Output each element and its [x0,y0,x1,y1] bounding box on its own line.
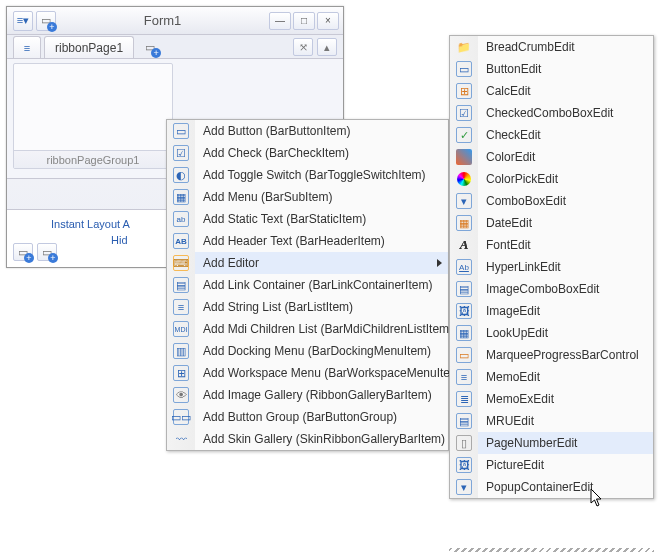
menu-item-add-string-list[interactable]: ≡ Add String List (BarListItem) [167,296,448,318]
editor-breadcrumb[interactable]: 📁 BreadCrumbEdit [450,36,653,58]
header-text-icon: AB [173,233,189,249]
footer-add-button-2[interactable]: ▭+ [37,243,57,261]
menu-item-add-link-container[interactable]: ▤ Add Link Container (BarLinkContainerIt… [167,274,448,296]
menu-item-add-static-text[interactable]: ab Add Static Text (BarStaticItem) [167,208,448,230]
submenu-arrow-icon [437,259,442,267]
mru-icon: ▤ [456,413,472,429]
button-edit-icon: ▭ [456,61,472,77]
footer-add-button[interactable]: ▭+ [13,243,33,261]
progress-icon: ▭ [456,347,472,363]
image-combo-icon: ▤ [456,281,472,297]
list-icon: ≡▾ [15,13,31,29]
hide-link[interactable]: Hid [111,234,128,246]
editor-font[interactable]: A FontEdit [450,234,653,256]
menu-item-add-workspace-menu[interactable]: ⊞ Add Workspace Menu (BarWorkspaceMenuIt… [167,362,448,384]
instant-layout-link[interactable]: Instant Layout A [51,218,130,230]
editor-mru[interactable]: ▤ MRUEdit [450,410,653,432]
add-icon: ▭+ [39,244,55,260]
editor-color[interactable]: ColorEdit [450,146,653,168]
eye-icon: 👁 [173,387,189,403]
menu-item-add-header-text[interactable]: AB Add Header Text (BarHeaderItem) [167,230,448,252]
ribbon-page-group[interactable]: ribbonPageGroup1 [13,63,173,169]
add-item-icon: ▭+ [38,13,54,29]
memoex-icon: ≣ [456,391,472,407]
menu-icon: ▦ [173,189,189,205]
editor-checked-combo[interactable]: ☑ CheckedComboBoxEdit [450,102,653,124]
popup-icon: ▾ [456,479,472,495]
qat-add-button[interactable]: ▭+ [36,11,56,31]
ribbon-add-tab-button[interactable]: ▭+ [139,36,161,58]
menu-item-add-button-group[interactable]: ▭▭ Add Button Group (BarButtonGroup) [167,406,448,428]
ribbon-tab-page1[interactable]: ribbonPage1 [44,36,134,58]
ribbon-tab-label: ribbonPage1 [55,41,123,55]
editor-button[interactable]: ▭ ButtonEdit [450,58,653,80]
window-buttons: — □ × [269,12,343,30]
image-icon: 🖼 [456,303,472,319]
toggle-icon: ◐ [173,167,189,183]
check-icon: ☑ [173,145,189,161]
ribbon-pin-button[interactable]: ⤧ [293,38,313,56]
page-number-icon: ▯ [456,435,472,451]
button-icon: ▭ [173,123,189,139]
menu-item-add-editor[interactable]: ⌨ Add Editor [167,252,448,274]
menu-item-add-menu[interactable]: ▦ Add Menu (BarSubItem) [167,186,448,208]
picture-icon: 🖼 [456,457,472,473]
ribbon-tab-strip: ≡ ribbonPage1 ▭+ ⤧ ▴ [7,35,343,59]
editor-picture[interactable]: 🖼 PictureEdit [450,454,653,476]
maximize-button[interactable]: □ [293,12,315,30]
menu-item-add-button[interactable]: ▭ Add Button (BarButtonItem) [167,120,448,142]
menu-item-add-check[interactable]: ☑ Add Check (BarCheckItem) [167,142,448,164]
qat-dropdown-button[interactable]: ≡▾ [13,11,33,31]
editor-icon: ⌨ [173,255,189,271]
static-text-icon: ab [173,211,189,227]
folder-icon: 📁 [456,39,472,55]
context-menu-add-items: ▭ Add Button (BarButtonItem) ☑ Add Check… [166,119,449,451]
hyperlink-icon: Ab [456,259,472,275]
checked-combo-icon: ☑ [456,105,472,121]
checkbox-icon: ✓ [456,127,472,143]
editor-popup-container[interactable]: ▾ PopupContainerEdit [450,476,653,498]
editor-date[interactable]: ▦ DateEdit [450,212,653,234]
editor-image-combo[interactable]: ▤ ImageComboBoxEdit [450,278,653,300]
editor-hyperlink[interactable]: Ab HyperLinkEdit [450,256,653,278]
menu-item-add-docking-menu[interactable]: ▥ Add Docking Menu (BarDockingMenuItem) [167,340,448,362]
editor-memo[interactable]: ≡ MemoEdit [450,366,653,388]
titlebar: ≡▾ ▭+ Form1 — □ × [7,7,343,35]
font-icon: A [456,237,472,253]
pin-icon: ⤧ [295,39,311,55]
quick-access-toolbar: ≡▾ ▭+ [7,11,56,31]
skin-icon: 〰 [173,431,189,447]
color-icon [456,149,472,165]
close-button[interactable]: × [317,12,339,30]
editor-page-number[interactable]: ▯ PageNumberEdit [450,432,653,454]
editor-lookup[interactable]: ▦ LookUpEdit [450,322,653,344]
editor-memoex[interactable]: ≣ MemoExEdit [450,388,653,410]
form-title: Form1 [56,13,269,28]
menu-item-add-skin-gallery[interactable]: 〰 Add Skin Gallery (SkinRibbonGalleryBar… [167,428,448,450]
chevron-up-icon: ▴ [319,39,335,55]
add-icon: ▭+ [15,244,31,260]
list-icon: ≡ [173,299,189,315]
menu-item-add-image-gallery[interactable]: 👁 Add Image Gallery (RibbonGalleryBarIte… [167,384,448,406]
ribbon-expand-button[interactable]: ▴ [317,38,337,56]
editor-combo[interactable]: ▾ ComboBoxEdit [450,190,653,212]
memo-icon: ≡ [456,369,472,385]
combo-icon: ▾ [456,193,472,209]
menu-item-add-toggle[interactable]: ◐ Add Toggle Switch (BarToggleSwitchItem… [167,164,448,186]
menu-item-add-mdi-list[interactable]: MDI Add Mdi Children List (BarMdiChildre… [167,318,448,340]
lookup-icon: ▦ [456,325,472,341]
editor-calc[interactable]: ⊞ CalcEdit [450,80,653,102]
editor-marquee[interactable]: ▭ MarqueeProgressBarControl [450,344,653,366]
link-container-icon: ▤ [173,277,189,293]
editor-check[interactable]: ✓ CheckEdit [450,124,653,146]
add-tab-icon: ▭+ [142,39,158,55]
color-wheel-icon [457,172,471,186]
editor-color-pick[interactable]: ColorPickEdit [450,168,653,190]
ribbon-group-label: ribbonPageGroup1 [14,150,172,168]
calendar-icon: ▦ [456,215,472,231]
editor-image[interactable]: 🖼 ImageEdit [450,300,653,322]
ribbon-tab-home[interactable]: ≡ [13,36,41,58]
mdi-icon: MDI [173,321,189,337]
docking-icon: ▥ [173,343,189,359]
minimize-button[interactable]: — [269,12,291,30]
